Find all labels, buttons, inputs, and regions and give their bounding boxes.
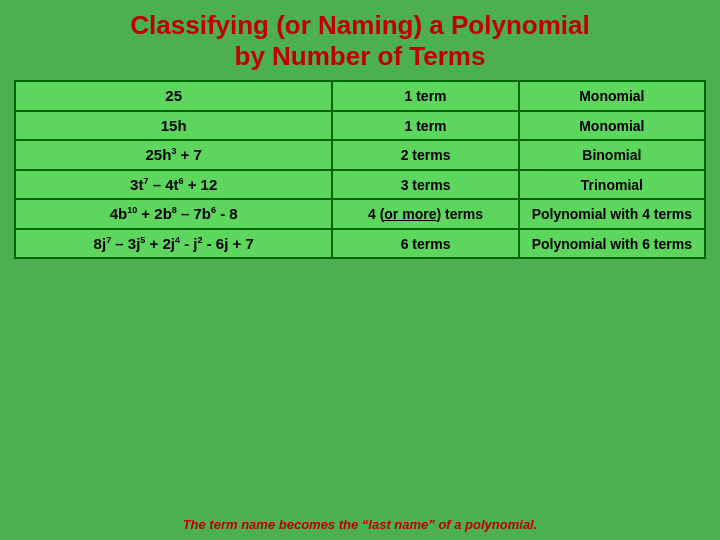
- expression-cell: 4b10 + 2b8 – 7b6 - 8: [15, 199, 332, 229]
- name-cell: Trinomial: [519, 170, 705, 200]
- page-title: Classifying (or Naming) a Polynomial by …: [130, 10, 589, 72]
- name-cell: Monomial: [519, 81, 705, 111]
- polynomial-table: 25 1 term Monomial 15h 1 term Monomial 2…: [14, 80, 706, 259]
- terms-cell: 6 terms: [332, 229, 518, 259]
- table-row: 8j7 – 3j5 + 2j4 - j2 - 6j + 7 6 terms Po…: [15, 229, 705, 259]
- table-row: 4b10 + 2b8 – 7b6 - 8 4 (or more) terms P…: [15, 199, 705, 229]
- terms-cell: 3 terms: [332, 170, 518, 200]
- name-cell: Polynomial with 6 terms: [519, 229, 705, 259]
- table-wrapper: 25 1 term Monomial 15h 1 term Monomial 2…: [14, 80, 706, 512]
- table-row: 25h3 + 7 2 terms Binomial: [15, 140, 705, 170]
- expression-cell: 3t7 – 4t6 + 12: [15, 170, 332, 200]
- terms-cell: 2 terms: [332, 140, 518, 170]
- terms-cell: 1 term: [332, 81, 518, 111]
- terms-cell: 4 (or more) terms: [332, 199, 518, 229]
- expression-cell: 25: [15, 81, 332, 111]
- expression-cell: 15h: [15, 111, 332, 141]
- table-row: 25 1 term Monomial: [15, 81, 705, 111]
- table-row: 15h 1 term Monomial: [15, 111, 705, 141]
- expression-cell: 25h3 + 7: [15, 140, 332, 170]
- footnote: The term name becomes the “last name” of…: [183, 517, 538, 532]
- name-cell: Monomial: [519, 111, 705, 141]
- table-row: 3t7 – 4t6 + 12 3 terms Trinomial: [15, 170, 705, 200]
- name-cell: Binomial: [519, 140, 705, 170]
- expression-cell: 8j7 – 3j5 + 2j4 - j2 - 6j + 7: [15, 229, 332, 259]
- terms-cell: 1 term: [332, 111, 518, 141]
- name-cell: Polynomial with 4 terms: [519, 199, 705, 229]
